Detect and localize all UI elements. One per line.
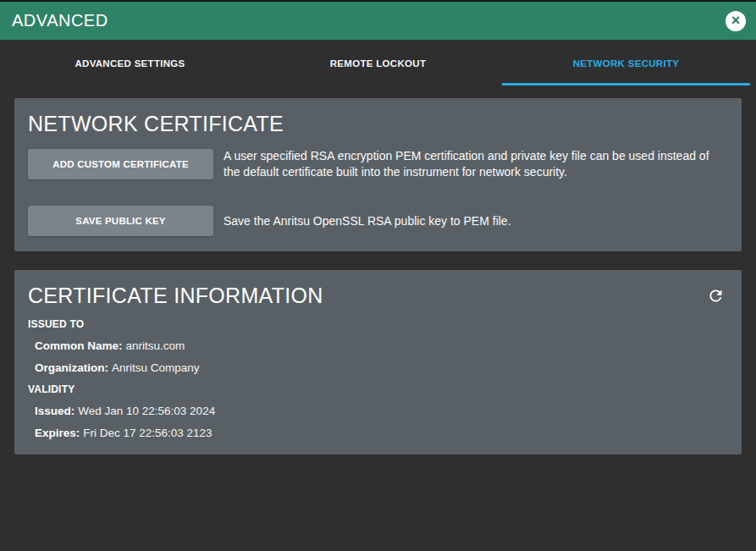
common-name-field: Common Name:anritsu.com	[35, 339, 728, 352]
expires-field: Expires:Fri Dec 17 22:56:03 2123	[35, 427, 728, 439]
close-button[interactable]: ×	[726, 11, 746, 31]
expires-value: Fri Dec 17 22:56:03 2123	[83, 427, 212, 439]
organization-field: Organization:Anritsu Company	[35, 361, 728, 374]
expires-label: Expires:	[35, 427, 80, 439]
add-custom-certificate-button[interactable]: ADD CUSTOM CERTIFICATE	[28, 149, 213, 179]
certificate-information-header: CERTIFICATE INFORMATION	[28, 282, 728, 308]
organization-value: Anritsu Company	[112, 361, 200, 374]
issued-value: Wed Jan 10 22:56:03 2024	[78, 405, 215, 417]
network-certificate-panel: NETWORK CERTIFICATE ADD CUSTOM CERTIFICA…	[14, 98, 742, 251]
close-icon: ×	[731, 13, 741, 28]
refresh-icon	[707, 287, 725, 305]
certificate-information-panel: CERTIFICATE INFORMATION ISSUED TO Common…	[14, 270, 742, 455]
tab-bar: ADVANCED SETTINGS REMOTE LOCKOUT NETWORK…	[0, 40, 756, 85]
advanced-dialog: ADVANCED × ADVANCED SETTINGS REMOTE LOCK…	[0, 0, 756, 551]
tab-remote-lockout[interactable]: REMOTE LOCKOUT	[254, 40, 502, 85]
tab-advanced-settings[interactable]: ADVANCED SETTINGS	[6, 40, 254, 85]
save-public-key-row: SAVE PUBLIC KEY Save the Anritsu OpenSSL…	[28, 206, 728, 236]
add-custom-certificate-description: A user specified RSA encryption PEM cert…	[223, 148, 728, 180]
validity-heading: VALIDITY	[28, 383, 728, 395]
save-public-key-button[interactable]: SAVE PUBLIC KEY	[28, 206, 213, 236]
save-public-key-description: Save the Anritsu OpenSSL RSA public key …	[223, 213, 511, 229]
common-name-label: Common Name:	[35, 339, 123, 352]
certificate-information-title: CERTIFICATE INFORMATION	[28, 284, 707, 308]
certificate-details: ISSUED TO Common Name:anritsu.com Organi…	[28, 318, 728, 439]
issued-label: Issued:	[35, 405, 74, 417]
tab-network-security[interactable]: NETWORK SECURITY	[502, 40, 750, 85]
dialog-title: ADVANCED	[12, 11, 726, 30]
refresh-button[interactable]	[707, 282, 728, 307]
add-custom-certificate-row: ADD CUSTOM CERTIFICATE A user specified …	[28, 148, 728, 180]
issued-to-heading: ISSUED TO	[28, 318, 728, 330]
organization-label: Organization:	[35, 361, 108, 374]
common-name-value: anritsu.com	[126, 339, 185, 352]
dialog-titlebar: ADVANCED ×	[0, 2, 756, 40]
network-certificate-title: NETWORK CERTIFICATE	[28, 112, 728, 136]
tab-content: NETWORK CERTIFICATE ADD CUSTOM CERTIFICA…	[0, 85, 756, 455]
issued-field: Issued:Wed Jan 10 22:56:03 2024	[35, 405, 728, 417]
